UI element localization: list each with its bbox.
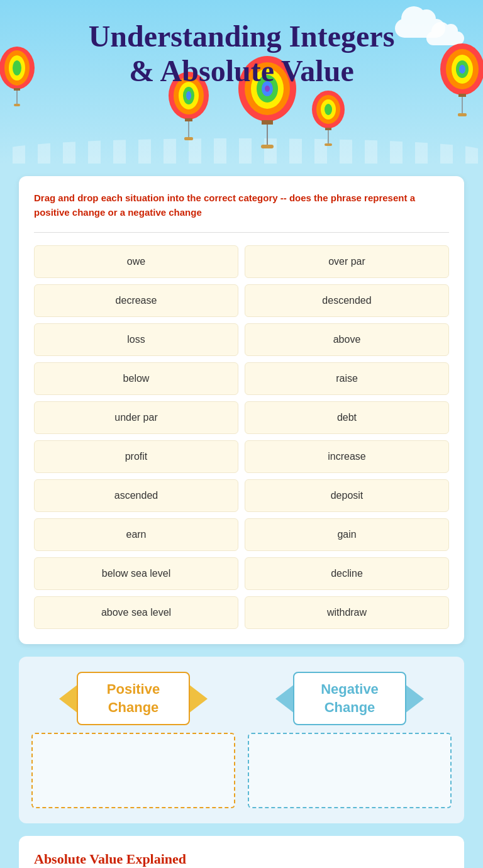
word-grid: owe over par decrease descended loss abo… bbox=[34, 245, 449, 629]
svg-rect-4 bbox=[14, 88, 20, 91]
negative-arrow-left-icon bbox=[275, 684, 294, 713]
tile-decline[interactable]: decline bbox=[245, 557, 449, 590]
svg-marker-41 bbox=[275, 684, 294, 713]
svg-marker-42 bbox=[405, 684, 424, 713]
negative-change-label: NegativeChange bbox=[293, 672, 406, 725]
tile-ascended[interactable]: ascended bbox=[34, 479, 238, 512]
svg-point-11 bbox=[186, 91, 191, 100]
word-tiles-card: Drag and drop each situation into the co… bbox=[19, 176, 464, 644]
header: Understanding Integers & Absolute Value bbox=[0, 0, 483, 164]
tile-raise[interactable]: raise bbox=[245, 362, 449, 395]
tile-over-par[interactable]: over par bbox=[245, 245, 449, 278]
drop-zones-card: PositiveChange NegativeChange bbox=[19, 657, 464, 823]
svg-rect-23 bbox=[261, 145, 274, 148]
tile-under-par[interactable]: under par bbox=[34, 401, 238, 434]
tile-above-sea-level[interactable]: above sea level bbox=[34, 596, 238, 629]
negative-label-row: NegativeChange bbox=[248, 672, 452, 725]
tile-gain[interactable]: gain bbox=[245, 518, 449, 551]
svg-rect-21 bbox=[262, 120, 273, 125]
absolute-value-section: Absolute Value Explained bbox=[19, 836, 464, 868]
tile-increase[interactable]: increase bbox=[245, 440, 449, 473]
svg-rect-38 bbox=[458, 113, 467, 116]
positive-change-label: PositiveChange bbox=[77, 672, 190, 725]
svg-marker-40 bbox=[189, 684, 208, 713]
negative-change-zone[interactable]: NegativeChange bbox=[248, 672, 452, 808]
positive-label-row: PositiveChange bbox=[31, 672, 235, 725]
negative-arrow-right-icon bbox=[405, 684, 424, 713]
tile-owe[interactable]: owe bbox=[34, 245, 238, 278]
positive-drop-area[interactable] bbox=[31, 733, 235, 808]
positive-arrow-right-icon bbox=[189, 684, 208, 713]
tile-descended[interactable]: descended bbox=[245, 284, 449, 317]
tile-below[interactable]: below bbox=[34, 362, 238, 395]
tile-debt[interactable]: debt bbox=[245, 401, 449, 434]
tile-withdraw[interactable]: withdraw bbox=[245, 596, 449, 629]
svg-rect-30 bbox=[325, 143, 332, 146]
tile-below-sea-level[interactable]: below sea level bbox=[34, 557, 238, 590]
tile-earn[interactable]: earn bbox=[34, 518, 238, 551]
instruction-text: Drag and drop each situation into the co… bbox=[34, 191, 449, 220]
divider bbox=[34, 232, 449, 233]
svg-rect-14 bbox=[184, 137, 193, 140]
main-content: Drag and drop each situation into the co… bbox=[0, 164, 483, 868]
page-title: Understanding Integers & Absolute Value bbox=[13, 19, 470, 88]
svg-rect-12 bbox=[185, 118, 192, 121]
svg-rect-36 bbox=[458, 94, 466, 97]
svg-rect-6 bbox=[14, 104, 20, 106]
negative-drop-area[interactable] bbox=[248, 733, 452, 808]
tile-loss[interactable]: loss bbox=[34, 323, 238, 356]
svg-point-27 bbox=[325, 104, 332, 115]
positive-arrow-left-icon bbox=[59, 684, 78, 713]
tile-profit[interactable]: profit bbox=[34, 440, 238, 473]
absolute-value-title: Absolute Value Explained bbox=[34, 851, 449, 867]
positive-change-zone[interactable]: PositiveChange bbox=[31, 672, 235, 808]
tile-deposit[interactable]: deposit bbox=[245, 479, 449, 512]
svg-marker-39 bbox=[59, 684, 78, 713]
balloon-right-center-icon bbox=[308, 88, 349, 148]
tile-above[interactable]: above bbox=[245, 323, 449, 356]
tile-decrease[interactable]: decrease bbox=[34, 284, 238, 317]
svg-rect-28 bbox=[325, 128, 331, 130]
